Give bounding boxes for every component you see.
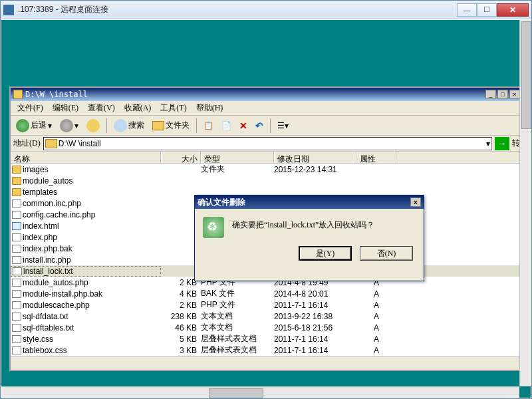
- minimize-button[interactable]: [457, 3, 477, 17]
- txt-icon: [12, 313, 21, 321]
- file-row[interactable]: sql-dftables.txt46 KB文本文档2015-6-18 21:56…: [11, 322, 523, 333]
- file-name: style.css: [23, 334, 53, 344]
- dialog-title: 确认文件删除: [198, 197, 410, 208]
- file-attr: A: [356, 346, 396, 355]
- file-name: index.php: [23, 233, 57, 242]
- views-button[interactable]: ☰▾: [275, 120, 291, 132]
- horizontal-scrollbar[interactable]: [1, 386, 519, 398]
- undo-button[interactable]: ↶: [253, 119, 266, 132]
- file-row[interactable]: sql-dfdata.txt238 KB文本文档2013-9-22 16:38A: [11, 311, 523, 322]
- menu-file[interactable]: 文件(F): [13, 101, 47, 115]
- file-name: module_autos.php: [23, 278, 88, 287]
- php-icon: [12, 256, 21, 264]
- explorer-close-button[interactable]: ×: [509, 90, 520, 99]
- file-name: module_autos: [23, 176, 72, 186]
- css-icon: [12, 335, 21, 343]
- menu-view[interactable]: 查看(V): [84, 101, 119, 115]
- rdp-icon: [3, 5, 14, 15]
- menu-help[interactable]: 帮助(H): [192, 101, 227, 115]
- confirm-delete-dialog: 确认文件删除 × 确实要把“install_lock.txt”放入回收站吗？ 是…: [194, 195, 424, 281]
- back-button[interactable]: 后退 ▾: [13, 118, 55, 134]
- file-type: 文件夹: [201, 164, 274, 175]
- forward-icon: [60, 119, 73, 132]
- folder-icon: [12, 177, 21, 185]
- col-type[interactable]: 类型: [201, 152, 274, 163]
- file-size: 4 KB: [161, 289, 201, 299]
- maximize-button[interactable]: [477, 3, 497, 17]
- file-type: 层叠样式表文档: [201, 333, 274, 344]
- file-row[interactable]: modulescache.php2 KBPHP 文件2011-7-1 16:14…: [11, 299, 523, 311]
- delete-button[interactable]: ✕: [237, 119, 250, 132]
- folder-icon: [12, 166, 21, 174]
- file-size: 238 KB: [161, 312, 201, 321]
- search-button[interactable]: 搜索: [111, 118, 147, 134]
- chevron-down-icon[interactable]: ▾: [486, 139, 490, 148]
- move-button[interactable]: 📋: [201, 120, 216, 132]
- copy-button[interactable]: 📄: [219, 120, 234, 132]
- no-button[interactable]: 否(N): [360, 246, 413, 261]
- file-row[interactable]: module_autos: [11, 175, 523, 186]
- file-name: tablebox.css: [23, 346, 67, 355]
- file-name: index.html: [23, 221, 59, 231]
- vertical-scrollbar[interactable]: [519, 20, 531, 386]
- file-size: 5 KB: [161, 334, 201, 344]
- status-bar: [11, 356, 523, 370]
- col-name[interactable]: 名称: [11, 152, 161, 163]
- up-button[interactable]: [84, 118, 102, 134]
- col-size[interactable]: 大小: [161, 152, 201, 163]
- address-value: D:\W \install: [59, 139, 101, 148]
- file-name: sql-dftables.txt: [23, 323, 74, 332]
- file-date: 2011-7-1 16:14: [274, 346, 356, 355]
- file-attr: A: [356, 312, 396, 321]
- file-row[interactable]: module-install.php.bak4 KBBAK 文件2014-4-8…: [11, 288, 523, 299]
- explorer-minimize-button[interactable]: _: [485, 90, 496, 99]
- close-button[interactable]: [497, 3, 529, 17]
- file-date: 2013-9-22 16:38: [274, 312, 356, 321]
- file-attr: A: [356, 334, 396, 344]
- menu-favorites[interactable]: 收藏(A): [120, 101, 156, 115]
- menu-tools[interactable]: 工具(T): [156, 101, 190, 115]
- file-date: 2014-4-8 20:01: [274, 289, 356, 299]
- back-icon: [16, 119, 29, 132]
- explorer-maximize-button[interactable]: □: [497, 90, 508, 99]
- php-icon: [12, 233, 21, 241]
- folder-icon: [12, 188, 21, 196]
- forward-button[interactable]: ▾: [57, 118, 81, 134]
- file-row[interactable]: tablebox.css3 KB层叠样式表文档2011-7-1 16:14A: [11, 344, 523, 356]
- rdp-window: .107:3389 - 远程桌面连接 D:\W \install _ □ × 文…: [0, 0, 532, 399]
- dialog-titlebar[interactable]: 确认文件删除 ×: [195, 196, 424, 209]
- up-icon: [86, 119, 100, 132]
- file-attr: A: [356, 323, 396, 332]
- undo-icon: ↶: [255, 120, 263, 131]
- file-name: templates: [23, 188, 57, 197]
- php-icon: [12, 301, 21, 309]
- file-name: common.inc.php: [23, 199, 81, 208]
- address-label: 地址(D): [13, 138, 41, 149]
- recycle-icon: [203, 217, 224, 238]
- php-icon: [12, 279, 21, 287]
- explorer-titlebar[interactable]: D:\W \install _ □ ×: [11, 88, 523, 101]
- address-bar: 地址(D) D:\W \install ▾ → 转: [11, 136, 523, 152]
- folders-button[interactable]: 文件夹: [150, 118, 192, 132]
- file-name: index.php.bak: [23, 244, 72, 253]
- yes-button[interactable]: 是(Y): [299, 246, 352, 261]
- rdp-titlebar[interactable]: .107:3389 - 远程桌面连接: [1, 1, 531, 19]
- file-name: module-install.php.bak: [23, 289, 102, 299]
- file-type: 文本文档: [201, 322, 274, 333]
- address-input[interactable]: D:\W \install ▾: [43, 137, 492, 150]
- file-name: images: [23, 165, 49, 174]
- dialog-close-button[interactable]: ×: [410, 198, 421, 207]
- col-attr[interactable]: 属性: [356, 152, 396, 163]
- txt-icon: [12, 245, 21, 253]
- html-icon: [12, 222, 21, 230]
- col-date[interactable]: 修改日期: [274, 152, 356, 163]
- file-attr: A: [356, 301, 396, 310]
- go-button[interactable]: →: [495, 137, 509, 150]
- explorer-menubar: 文件(F) 编辑(E) 查看(V) 收藏(A) 工具(T) 帮助(H): [11, 101, 523, 116]
- file-row[interactable]: style.css5 KB层叠样式表文档2011-7-1 16:14A: [11, 333, 523, 344]
- file-row[interactable]: images文件夹2015-12-23 14:31: [11, 164, 523, 175]
- delete-icon: ✕: [239, 120, 247, 131]
- menu-edit[interactable]: 编辑(E): [49, 101, 82, 115]
- dialog-message: 确实要把“install_lock.txt”放入回收站吗？: [232, 217, 374, 231]
- file-name: modulescache.php: [23, 301, 90, 310]
